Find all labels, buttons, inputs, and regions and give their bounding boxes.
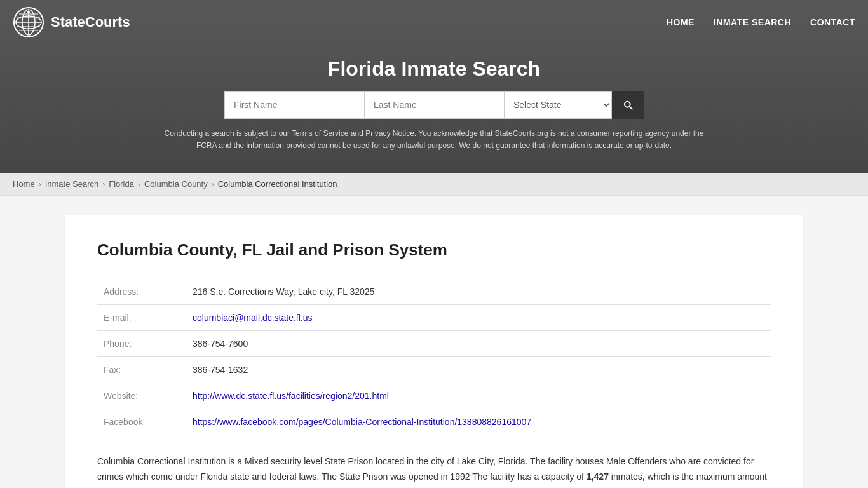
terms-link[interactable]: Terms of Service (292, 129, 348, 138)
facility-info-table: Address: 216 S.e. Corrections Way, Lake … (97, 279, 771, 435)
table-row: Fax: 386-754-1632 (97, 357, 771, 383)
logo-icon (13, 6, 44, 38)
value-email: columbiaci@mail.dc.state.fl.us (186, 305, 771, 331)
table-row: Phone: 386-754-7600 (97, 331, 771, 357)
value-website: http://www.dc.state.fl.us/facilities/reg… (186, 383, 771, 409)
breadcrumb-inmate-search[interactable]: Inmate Search (45, 179, 99, 189)
breadcrumb-current: Columbia Correctional Institution (218, 179, 337, 189)
breadcrumb-columbia-county[interactable]: Columbia County (144, 179, 208, 189)
breadcrumb: Home › Inmate Search › Florida › Columbi… (0, 173, 868, 196)
first-name-input[interactable] (224, 91, 364, 119)
breadcrumb-sep-3: › (138, 180, 140, 189)
logo-text: StateCourts (51, 14, 130, 30)
nav-inmate-search[interactable]: INMATE SEARCH (714, 17, 791, 27)
breadcrumb-florida[interactable]: Florida (109, 179, 134, 189)
breadcrumb-sep-1: › (39, 180, 41, 189)
label-website: Website: (97, 383, 186, 409)
facility-description: Columbia Correctional Institution is a M… (97, 454, 771, 488)
label-fax: Fax: (97, 357, 186, 383)
capacity-value: 1,427 (587, 471, 609, 482)
facebook-link[interactable]: https://www.facebook.com/pages/Columbia-… (193, 417, 531, 427)
facility-card: Columbia County, FL Jail and Prison Syst… (65, 215, 803, 488)
nav-contact[interactable]: CONTACT (810, 17, 855, 27)
label-facebook: Facebook: (97, 409, 186, 435)
table-row: Facebook: https://www.facebook.com/pages… (97, 409, 771, 435)
website-link[interactable]: http://www.dc.state.fl.us/facilities/reg… (193, 391, 389, 401)
label-phone: Phone: (97, 331, 186, 357)
hero-section: Florida Inmate Search Select State Condu… (0, 44, 868, 173)
site-header: StateCourts HOME INMATE SEARCH CONTACT F… (0, 0, 868, 173)
svg-point-5 (27, 11, 30, 13)
table-row: E-mail: columbiaci@mail.dc.state.fl.us (97, 305, 771, 331)
search-icon (622, 99, 634, 111)
label-email: E-mail: (97, 305, 186, 331)
value-facebook: https://www.facebook.com/pages/Columbia-… (186, 409, 771, 435)
table-row: Address: 216 S.e. Corrections Way, Lake … (97, 279, 771, 305)
search-bar: Select State (13, 91, 855, 119)
value-phone: 386-754-7600 (186, 331, 771, 357)
nav-links: HOME INMATE SEARCH CONTACT (667, 17, 855, 27)
email-link[interactable]: columbiaci@mail.dc.state.fl.us (193, 313, 313, 323)
breadcrumb-home[interactable]: Home (13, 179, 35, 189)
nav-bar: StateCourts HOME INMATE SEARCH CONTACT (0, 0, 868, 44)
nav-home[interactable]: HOME (667, 17, 695, 27)
hero-title: Florida Inmate Search (13, 57, 855, 81)
privacy-link[interactable]: Privacy Notice (365, 129, 414, 138)
state-select[interactable]: Select State (504, 91, 612, 119)
breadcrumb-sep-4: › (212, 180, 214, 189)
value-fax: 386-754-1632 (186, 357, 771, 383)
search-button[interactable] (612, 91, 644, 119)
logo-link[interactable]: StateCourts (13, 6, 130, 38)
main-content: Columbia County, FL Jail and Prison Syst… (0, 215, 868, 488)
breadcrumb-sep-2: › (102, 180, 105, 189)
value-address: 216 S.e. Corrections Way, Lake city, FL … (186, 279, 771, 305)
label-address: Address: (97, 279, 186, 305)
disclaimer: Conducting a search is subject to our Te… (148, 128, 720, 163)
table-row: Website: http://www.dc.state.fl.us/facil… (97, 383, 771, 409)
facility-title: Columbia County, FL Jail and Prison Syst… (97, 240, 771, 260)
last-name-input[interactable] (364, 91, 504, 119)
